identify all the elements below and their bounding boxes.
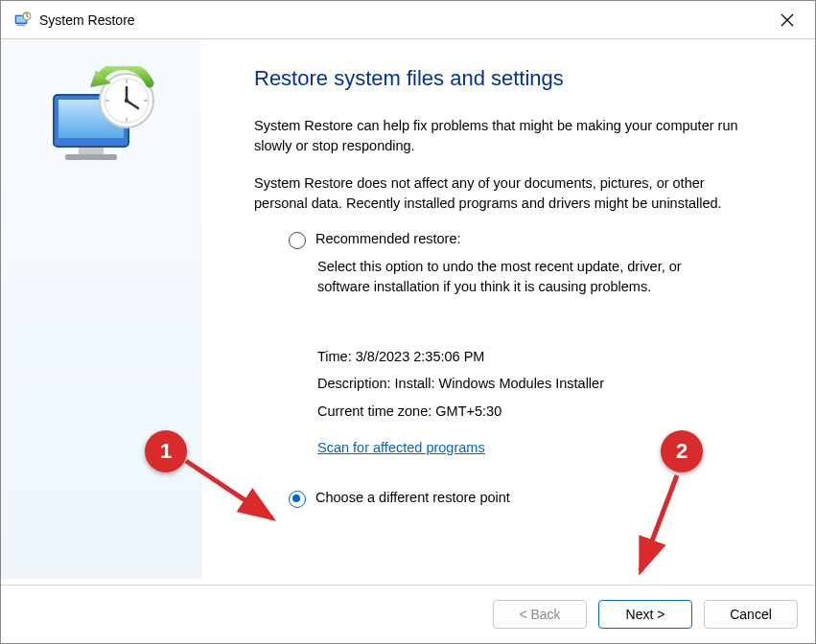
svg-rect-3 bbox=[17, 25, 26, 26]
detail-timezone-value: GMT+5:30 bbox=[435, 403, 501, 419]
detail-time-label: Time: bbox=[317, 349, 352, 364]
detail-description: Description: Install: Windows Modules In… bbox=[317, 370, 781, 397]
system-restore-window: System Restore bbox=[0, 0, 816, 644]
left-panel bbox=[1, 39, 202, 579]
detail-time-value: 3/8/2023 2:35:06 PM bbox=[356, 349, 485, 364]
detail-description-value: Install: Windows Modules Installer bbox=[395, 376, 604, 391]
detail-time: Time: 3/8/2023 2:35:06 PM bbox=[317, 343, 781, 370]
intro-paragraph-2: System Restore does not affect any of yo… bbox=[254, 173, 743, 214]
cancel-button[interactable]: Cancel bbox=[704, 600, 798, 629]
option-recommended-desc: Select this option to undo the most rece… bbox=[317, 257, 730, 297]
restore-large-icon bbox=[44, 66, 159, 172]
scan-affected-link[interactable]: Scan for affected programs bbox=[317, 434, 485, 461]
next-button[interactable]: Next > bbox=[598, 600, 692, 629]
restore-details: Time: 3/8/2023 2:35:06 PM Description: I… bbox=[317, 343, 781, 461]
option-different-point[interactable]: Choose a different restore point bbox=[254, 490, 781, 508]
option-recommended[interactable]: Recommended restore: bbox=[254, 231, 781, 249]
restore-options: Recommended restore: Select this option … bbox=[254, 231, 781, 508]
system-restore-icon bbox=[14, 12, 32, 29]
svg-rect-2 bbox=[18, 24, 24, 25]
detail-timezone: Current time zone: GMT+5:30 bbox=[317, 398, 781, 425]
titlebar: System Restore bbox=[1, 1, 815, 39]
page-title: Restore system files and settings bbox=[254, 66, 781, 91]
intro-paragraph-1: System Restore can help fix problems tha… bbox=[254, 116, 743, 156]
radio-recommended-icon bbox=[289, 232, 306, 249]
footer: < Back Next > Cancel bbox=[1, 586, 815, 643]
window-title: System Restore bbox=[39, 12, 135, 28]
annotation-badge-2: 2 bbox=[661, 430, 703, 472]
close-button[interactable] bbox=[773, 6, 802, 34]
detail-description-label: Description: bbox=[317, 376, 391, 391]
back-button[interactable]: < Back bbox=[493, 600, 587, 629]
detail-timezone-label: Current time zone: bbox=[317, 403, 431, 419]
svg-rect-8 bbox=[79, 148, 104, 154]
close-icon bbox=[781, 13, 794, 27]
svg-rect-9 bbox=[65, 154, 117, 160]
annotation-arrow-1 bbox=[176, 451, 291, 538]
option-different-label: Choose a different restore point bbox=[315, 490, 510, 505]
svg-point-18 bbox=[125, 99, 128, 103]
titlebar-left: System Restore bbox=[14, 12, 135, 29]
option-recommended-label: Recommended restore: bbox=[315, 231, 461, 246]
annotation-arrow-2 bbox=[629, 471, 696, 586]
right-panel: Restore system files and settings System… bbox=[202, 39, 815, 579]
